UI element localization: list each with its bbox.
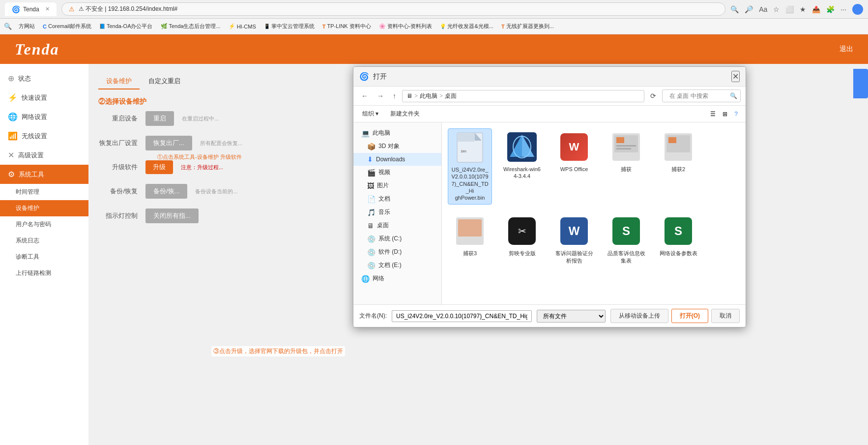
tree-desktop[interactable]: 🖥 桌面: [353, 219, 441, 232]
file-capture1[interactable]: 捕获: [604, 128, 648, 205]
nav-up-button[interactable]: ↑: [390, 90, 399, 101]
factory-reset-button[interactable]: 恢复出厂...: [145, 136, 192, 150]
sidebar-item-network[interactable]: 🌐 网络设置: [0, 107, 88, 126]
tree-music[interactable]: 🎵 音乐: [353, 206, 441, 219]
help-button[interactable]: ?: [731, 109, 741, 119]
tree-downloads[interactable]: ⬇ Downloads: [353, 153, 441, 166]
factory-reset-label: 恢复出厂设置: [98, 139, 138, 148]
bookmark-tenda-oa[interactable]: 📘 Tenda-OA办公平台: [96, 22, 156, 31]
sidebar-sub-diag[interactable]: 诊断工具: [0, 249, 88, 265]
capture1-icon: [610, 131, 642, 163]
svg-rect-11: [616, 145, 636, 147]
bookmark-hicms[interactable]: ⚡ HI-CMS: [226, 22, 259, 30]
bookmark-zhongbao[interactable]: 📱 掌中宝云管理系统: [261, 22, 318, 31]
restart-button[interactable]: 重启: [145, 111, 174, 126]
tree-drive-c-label: 系统 (C:): [378, 235, 402, 243]
tree-video-label: 视频: [378, 168, 390, 177]
file-wireshark[interactable]: Wireshark-win6 4-3.4.4: [500, 128, 544, 205]
tab-device-maintenance[interactable]: 设备维护: [98, 74, 140, 89]
file-dialog[interactable]: 🌀 打开 ✕ ← → ↑ 🖥 > 此电脑 > 桌面 ⟳ 🔍 组织 ▾ 新建文件夹…: [353, 66, 746, 327]
tab-icon[interactable]: ⬜: [785, 5, 794, 13]
new-folder-button[interactable]: 新建文件夹: [386, 108, 424, 119]
search-icon[interactable]: 🔍: [730, 5, 739, 13]
tree-video[interactable]: 🎬 视频: [353, 166, 441, 179]
browser-tab[interactable]: 🌀 Tenda ✕: [5, 2, 57, 16]
bookmark-tplink[interactable]: T TP-LINK 资料中心: [319, 22, 374, 31]
backup-button[interactable]: 备份/恢...: [145, 184, 187, 199]
network-icon: 🌐: [8, 112, 18, 121]
sidebar-item-system-tools[interactable]: ⚙ 系统工具: [0, 165, 88, 184]
star-icon[interactable]: ☆: [773, 5, 780, 13]
file-report2[interactable]: S 品质客诉信息收集表: [604, 212, 648, 267]
upgrade-button[interactable]: 升级: [145, 160, 173, 174]
tab-custom-restart[interactable]: 自定义重启: [141, 74, 188, 89]
file-jianying[interactable]: ✂ 剪映专业版: [500, 212, 544, 267]
view-list-button[interactable]: ☰: [707, 109, 719, 119]
file-wps[interactable]: W WPS Office: [552, 128, 596, 205]
file-report1[interactable]: W 客诉问题验证分析报告: [552, 212, 596, 267]
zoom-icon[interactable]: 🔎: [745, 5, 753, 13]
sidebar-item-status[interactable]: ⊕ 状态: [0, 69, 88, 88]
dialog-search-input[interactable]: [665, 91, 730, 101]
read-icon[interactable]: Aa: [759, 5, 767, 13]
svg-rect-10: [616, 137, 624, 143]
open-button[interactable]: 打开(O): [671, 309, 708, 323]
bookmark-tenda-eco[interactable]: 🌿 Tenda生态后台管理...: [158, 22, 224, 31]
view-controls: ☰ ⊞ ?: [707, 109, 741, 119]
tree-computer[interactable]: 💻 此电脑: [353, 126, 441, 140]
tree-drive-d[interactable]: 💿 软件 (D:): [353, 245, 441, 259]
sidebar-item-advanced[interactable]: ✕ 高级设置: [0, 146, 88, 165]
bookmark-huawei[interactable]: 🌸 资料中心-资料列表: [376, 22, 435, 31]
filetype-select[interactable]: 所有文件: [537, 310, 606, 323]
sidebar-sub-log[interactable]: 系统日志: [0, 233, 88, 249]
upload-from-mobile-button[interactable]: 从移动设备上传: [610, 309, 668, 323]
dialog-close-button[interactable]: ✕: [731, 71, 740, 82]
security-warning: ⚠: [69, 5, 75, 13]
bookmark-icon[interactable]: ★: [800, 5, 806, 13]
share-icon[interactable]: 📤: [812, 5, 820, 13]
bookmark-wifi-ext[interactable]: T 无线扩展器更换到...: [498, 22, 557, 31]
tree-drive-e[interactable]: 💿 文档 (E:): [353, 259, 441, 272]
led-button[interactable]: 关闭所有指...: [145, 208, 199, 223]
path-bar[interactable]: 🖥 > 此电脑 > 桌面: [402, 90, 644, 102]
sidebar-sub-uplink[interactable]: 上行链路检测: [0, 265, 88, 281]
extension-icon[interactable]: 🧩: [826, 5, 835, 13]
tree-3d[interactable]: 📦 3D 对象: [353, 140, 441, 153]
tree-drive-c[interactable]: 💿 系统 (C:): [353, 232, 441, 245]
bookmark-coremail[interactable]: C Coremail邮件系统: [40, 22, 94, 31]
nav-refresh-button[interactable]: ⟳: [647, 90, 659, 101]
sidebar-sub-menu: 时间管理 设备维护 用户名与密码 系统日志 诊断工具 上行链路检测: [0, 184, 88, 281]
bookmark-fangwangzhan[interactable]: 方网站: [16, 22, 38, 31]
tree-pictures[interactable]: 🖼 图片: [353, 179, 441, 192]
file-firmware[interactable]: .bin US_i24V2.0re_V2.0.0.10(10797)_CN&EN…: [448, 128, 492, 205]
bookmark-search-icon[interactable]: 🔍: [4, 23, 12, 30]
bookmark-fiber[interactable]: 💡 光纤收发器&光模...: [437, 22, 496, 31]
organize-button[interactable]: 组织 ▾: [358, 108, 382, 119]
cancel-button[interactable]: 取消: [711, 309, 740, 323]
tab-close[interactable]: ✕: [45, 6, 50, 12]
logout-button[interactable]: 退出: [839, 45, 853, 54]
nav-back-button[interactable]: ←: [358, 90, 371, 101]
file-capture2[interactable]: 捕获2: [656, 128, 700, 205]
address-bar[interactable]: ⚠ ⚠ 不安全 | 192.168.0.254/index.html#: [61, 2, 726, 16]
view-grid-button[interactable]: ⊞: [720, 109, 730, 119]
restart-note: 在重启过程中...: [182, 115, 219, 122]
tree-network[interactable]: 🌐 网络: [353, 272, 441, 285]
nav-forward-button[interactable]: →: [374, 90, 387, 101]
profile-icon[interactable]: [852, 4, 863, 15]
sidebar-sub-device[interactable]: 设备维护: [0, 200, 88, 216]
dialog-footer: 文件名(N): 所有文件 从移动设备上传 打开(O) 取消: [353, 304, 746, 327]
more-icon[interactable]: ···: [840, 5, 846, 13]
sidebar-sub-user[interactable]: 用户名与密码: [0, 216, 88, 233]
file-report3[interactable]: S 网络设备参数表: [656, 212, 700, 267]
report3-name: 网络设备参数表: [660, 250, 697, 257]
sidebar-item-wireless[interactable]: 📶 无线设置: [0, 126, 88, 146]
footer-buttons: 从移动设备上传 打开(O) 取消: [610, 309, 740, 323]
tree-documents[interactable]: 📄 文档: [353, 192, 441, 206]
factory-reset-note: 所有配置会恢复...: [200, 140, 242, 147]
sidebar-item-quick[interactable]: ⚡ 快速设置: [0, 88, 88, 107]
file-capture3[interactable]: 捕获3: [448, 212, 492, 267]
filename-input[interactable]: [392, 310, 532, 322]
sidebar-sub-time[interactable]: 时间管理: [0, 184, 88, 200]
wps-icon: W: [558, 131, 590, 163]
